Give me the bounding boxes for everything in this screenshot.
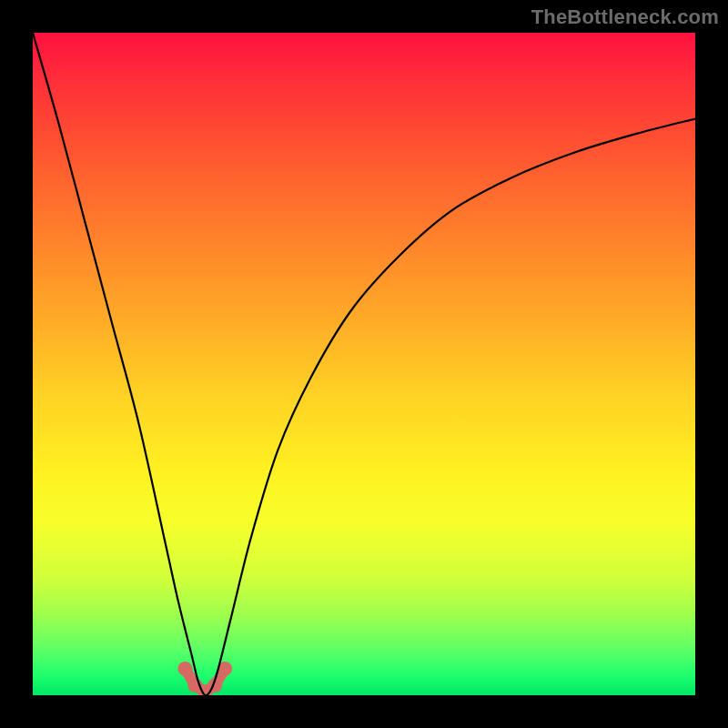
chart-frame: TheBottleneck.com [0,0,728,728]
sweet-spot-dot [177,662,192,676]
watermark-text: TheBottleneck.com [531,5,719,29]
chart-svg [33,33,695,695]
bottleneck-curve [33,33,695,695]
plot-area [33,33,695,695]
sweet-spot-markers [177,662,232,695]
